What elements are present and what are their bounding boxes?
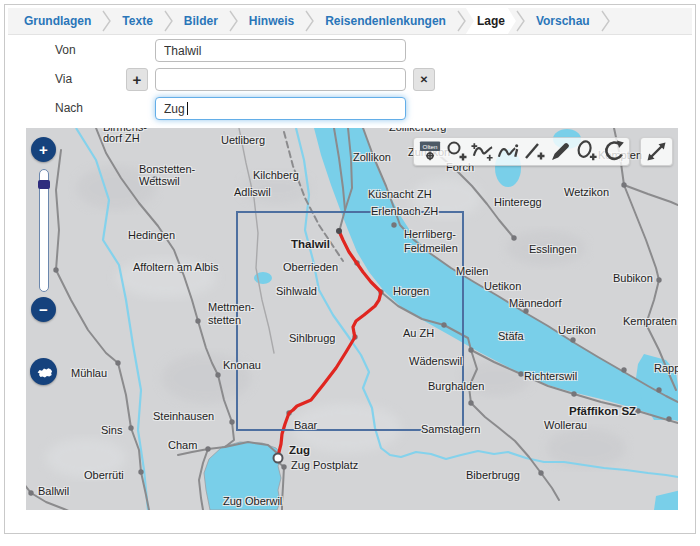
railway-line (239, 128, 274, 353)
station-dot (666, 416, 671, 421)
edit-tool[interactable] (548, 139, 573, 164)
via-label: Via (55, 72, 72, 86)
place-label-tool-icon: Olten (418, 139, 443, 164)
chevron-separator-icon (305, 9, 314, 33)
breadcrumb: GrundlagenTexteBilderHinweisReisendenlen… (8, 8, 692, 35)
station-dot (229, 419, 234, 424)
station-dot (28, 490, 33, 495)
via-add-button[interactable]: + (126, 68, 148, 91)
station-dot (538, 470, 543, 475)
terrain-shading (291, 403, 401, 453)
tab-bilder[interactable]: Bilder (173, 8, 229, 34)
add-area-tool[interactable] (574, 139, 599, 164)
fullscreen-tool[interactable] (644, 139, 669, 164)
add-route-tool[interactable] (470, 139, 495, 164)
breadcrumb-separator (164, 8, 173, 34)
add-line-tool[interactable] (522, 139, 547, 164)
station-dot (518, 371, 523, 376)
terrain-shading (46, 438, 126, 478)
zoom-slider-handle[interactable] (38, 180, 50, 189)
svg-text:Olten: Olten (423, 143, 438, 150)
tab-grundlagen[interactable]: Grundlagen (13, 8, 102, 34)
lake-zug (204, 442, 282, 510)
station-dot (281, 464, 286, 469)
station-dot (152, 176, 157, 181)
chevron-separator-icon (229, 9, 238, 33)
map-toolbar-fullscreen (640, 137, 673, 166)
station-dot (656, 387, 661, 392)
railway-line (624, 185, 678, 205)
station-dot (456, 269, 461, 274)
station-dot (205, 446, 210, 451)
add-area-tool-icon (574, 139, 599, 164)
add-line-tool-icon (522, 139, 547, 164)
station-dot (53, 267, 58, 272)
railway-line (614, 128, 676, 390)
breadcrumb-separator (229, 8, 238, 34)
add-point-tool[interactable] (444, 139, 469, 164)
tab-hinweis[interactable]: Hinweis (238, 8, 305, 34)
tab-lage[interactable]: Lage (466, 8, 516, 34)
station-dot (621, 367, 626, 372)
add-route-tool-icon (470, 139, 495, 164)
chevron-separator-icon (102, 9, 111, 33)
chevron-separator-icon (164, 9, 173, 33)
station-dot (621, 182, 626, 187)
station-dot (115, 360, 120, 365)
terrain-shading (76, 166, 156, 210)
via-remove-button[interactable]: ✕ (413, 68, 435, 91)
terrain-shading (116, 258, 216, 298)
breadcrumb-separator (601, 8, 610, 34)
chevron-separator-icon (457, 9, 466, 33)
small-lake (654, 490, 678, 510)
station-dot (643, 321, 648, 326)
breadcrumb-separator (516, 8, 525, 34)
plus-icon: + (39, 141, 48, 158)
swiss-overview-button[interactable] (30, 358, 57, 385)
zoom-in-button[interactable]: + (31, 137, 56, 162)
tab-vorschau[interactable]: Vorschau (525, 8, 601, 34)
swiss-flag-icon (33, 361, 55, 383)
nach-label: Nach (55, 101, 83, 115)
tab-reisendenlenkungen[interactable]: Reisendenlenkungen (314, 8, 457, 34)
station-dot (571, 391, 576, 396)
railway-line (26, 484, 76, 510)
von-input[interactable] (155, 39, 406, 62)
zoom-out-button[interactable]: − (31, 297, 56, 322)
route-end-marker (274, 454, 283, 463)
text-caret (187, 102, 188, 115)
station-dot (195, 318, 200, 323)
terrain-shading (506, 230, 586, 266)
station-dot (468, 347, 473, 352)
station-dot (635, 408, 640, 413)
map-graphics (26, 128, 678, 510)
map-canvas[interactable]: Birmens-dorf ZHUetlibergZollikerbergBons… (26, 128, 678, 510)
tab-texte[interactable]: Texte (111, 8, 163, 34)
station-dot (128, 425, 133, 430)
editor-panel: GrundlagenTexteBilderHinweisReisendenlen… (4, 4, 696, 534)
station-dot (511, 235, 516, 240)
station-dot (138, 469, 143, 474)
nach-input[interactable] (155, 97, 406, 120)
route-info-tool[interactable] (496, 139, 521, 164)
route-start-marker (336, 228, 342, 234)
breadcrumb-separator (457, 8, 466, 34)
breadcrumb-separator (102, 8, 111, 34)
chevron-separator-icon (516, 9, 525, 33)
station-dot (523, 308, 528, 313)
station-dot (570, 337, 575, 342)
station-dot (441, 322, 446, 327)
station-dot (215, 372, 220, 377)
edit-tool-icon (548, 139, 573, 164)
refresh-tool-icon (600, 139, 625, 164)
breadcrumb-separator (305, 8, 314, 34)
route-info-tool-icon (496, 139, 521, 164)
place-label-tool[interactable]: Olten (418, 139, 443, 164)
minus-icon: − (39, 301, 48, 318)
refresh-tool[interactable] (600, 139, 625, 164)
chevron-separator-icon (601, 9, 610, 33)
via-input[interactable] (155, 68, 406, 91)
station-dot (468, 400, 473, 405)
map-toolbar: Olten (413, 137, 630, 166)
close-icon: ✕ (420, 74, 428, 85)
